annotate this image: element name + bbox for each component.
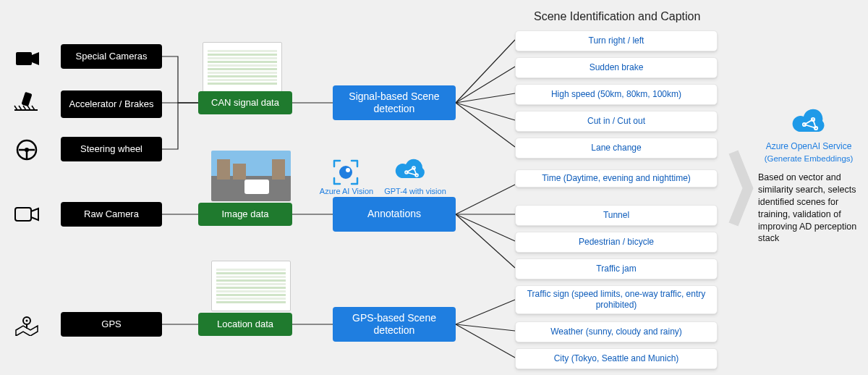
scene-header: Scene Identification and Caption (534, 10, 700, 23)
scene-tunnel: Tunnel (515, 205, 718, 226)
svg-marker-1 (32, 52, 39, 65)
gpt4-vision-cloud-icon (393, 158, 427, 187)
service-description: Based on vector and similarity search, s… (758, 172, 859, 245)
image-data: Image data (198, 203, 292, 226)
scene-pedestrian: Pedestrian / bicycle (515, 232, 718, 253)
steering-wheel-icon (16, 139, 38, 164)
map-pin-icon (14, 314, 39, 339)
svg-marker-6 (31, 208, 38, 220)
input-special-cameras: Special Cameras (61, 44, 162, 69)
gpt4-vision-label: GPT-4 with vision (379, 187, 451, 195)
scene-traffic-jam: Traffic jam (515, 258, 718, 279)
azure-ai-vision-label: Azure AI Vision (318, 187, 375, 195)
can-data-thumbnail (203, 42, 282, 93)
svg-rect-2 (21, 92, 32, 106)
scene-turn: Turn right / left (515, 30, 718, 51)
scene-cut-in-out: Cut in / Cut out (515, 111, 718, 132)
location-data: Location data (198, 313, 292, 336)
can-signal-data: CAN signal data (198, 91, 292, 114)
location-data-thumbnail (211, 261, 291, 311)
svg-rect-0 (16, 52, 32, 65)
svg-point-9 (339, 166, 352, 179)
scene-weather: Weather (sunny, cloudy and rainy) (515, 321, 718, 342)
output-panel: Azure OpenAI Service (Generate Embedding… (758, 119, 859, 245)
image-data-thumbnail (211, 151, 291, 201)
scene-high-speed: High speed (50km, 80km, 100km) (515, 84, 718, 105)
gps-scene-detection: GPS-based Scene detection (333, 307, 456, 342)
input-raw-camera: Raw Camera (61, 202, 162, 227)
pedal-icon (13, 91, 39, 116)
input-gps: GPS (61, 312, 162, 337)
scene-sudden-brake: Sudden brake (515, 57, 718, 78)
azure-ai-vision-icon (331, 158, 360, 190)
scene-city: City (Tokyo, Seattle and Munich) (515, 348, 718, 369)
input-steering-wheel: Steering wheel (61, 137, 162, 161)
camera-outline-icon (14, 206, 39, 226)
scene-traffic-sign: Traffic sign (speed limits, one-way traf… (515, 285, 718, 314)
video-camera-icon (16, 51, 39, 69)
service-subtitle: (Generate Embeddings) (758, 154, 859, 163)
service-name: Azure OpenAI Service (758, 141, 859, 151)
svg-point-10 (346, 168, 350, 172)
svg-point-8 (26, 320, 28, 322)
input-accel-brakes: Accelerator / Brakes (61, 90, 162, 118)
signal-scene-detection: Signal-based Scene detection (333, 85, 456, 120)
scene-lane-change: Lane change (515, 138, 718, 159)
scene-time: Time (Daytime, evening and nighttime) (515, 169, 718, 188)
annotations: Annotations (333, 197, 456, 232)
svg-rect-5 (15, 208, 31, 221)
